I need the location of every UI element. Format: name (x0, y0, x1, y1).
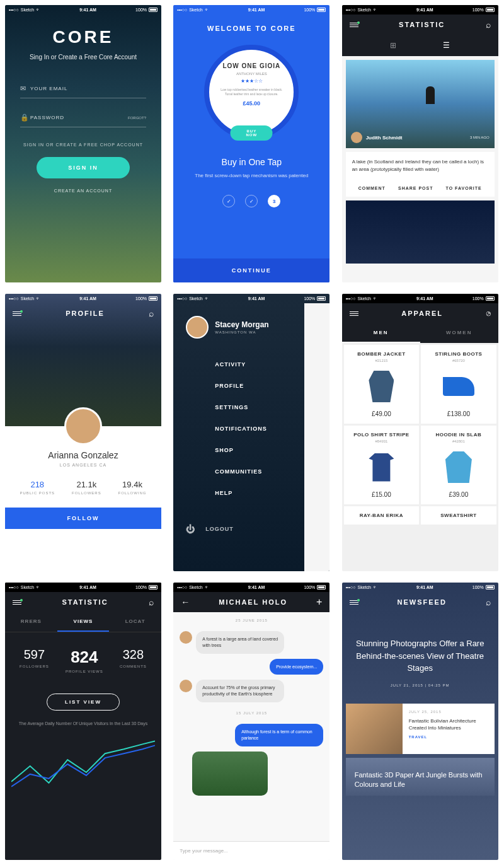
profile-stats: 218PUBLIC POSTS 21.1kFOLLOWERS 19.4kFOLL… (5, 480, 161, 495)
tab-women[interactable]: WOMEN (420, 323, 498, 343)
wifi-icon (205, 8, 209, 12)
menu-settings[interactable]: SETTINGS (186, 397, 294, 418)
product-grid: BOMBER JACKET#21215£49.00 STIRLING BOOTS… (342, 343, 498, 526)
page-dot-1[interactable] (222, 195, 235, 207)
menu-icon[interactable] (350, 23, 358, 27)
menu-icon[interactable] (350, 311, 358, 316)
search-icon[interactable] (149, 308, 154, 318)
article-card[interactable]: JULY 25, 2015 Fantastic Bolivian Archite… (346, 704, 495, 754)
headline-article[interactable]: Stunning Photographs Offer a Rare Behind… (342, 612, 498, 700)
list-view-button[interactable]: LIST VIEW (47, 694, 120, 711)
profile-name: Arianna Gonzalez (5, 450, 161, 460)
nav-bar: APPAREL (342, 303, 498, 323)
author-avatar[interactable] (351, 132, 362, 143)
buy-button[interactable]: BUY NOW (231, 125, 273, 141)
product-name: BOMBER JACKET (350, 351, 413, 357)
search-icon[interactable] (149, 597, 154, 607)
list-view-icon[interactable]: ☰ (443, 41, 450, 50)
product-card[interactable]: HOODIE IN SLAB#42801£39.00 (421, 426, 496, 504)
tab-views[interactable]: VIEWS (57, 612, 110, 632)
profile-screen: Sketch 9:41 AM 100% PROFILE Arianna Gonz… (5, 294, 161, 571)
post-image-2[interactable] (346, 200, 495, 264)
menu-help[interactable]: HELP (186, 482, 294, 504)
sender-avatar[interactable] (180, 680, 192, 692)
menu-screen: Sketch 9:41 AM 100% Stacey MorganWASHING… (173, 294, 329, 571)
menu-icon[interactable] (350, 600, 358, 605)
forgot-link[interactable]: FORGOT? (128, 116, 146, 120)
status-bar: Sketch 9:41 AM 100% (342, 294, 498, 303)
message-row: Although forest is a term of common parl… (173, 721, 329, 749)
content-peek[interactable] (304, 303, 329, 571)
author-name[interactable]: Judith Schmidt (366, 135, 403, 141)
product-price: £49.00 (350, 410, 413, 417)
search-icon[interactable] (486, 20, 491, 30)
product-card[interactable]: BOMBER JACKET#21215£49.00 (344, 345, 420, 424)
stat-following[interactable]: 19.4kFOLLOWING (118, 480, 147, 495)
message-input[interactable]: Type your message... (173, 841, 329, 860)
continue-button[interactable]: CONTINUE (173, 258, 329, 282)
clock: 9:41 AM (248, 296, 265, 301)
menu-icon[interactable] (13, 311, 21, 316)
headline-meta: JULY 21, 2015 | 04:25 PM (355, 683, 486, 687)
follow-button[interactable]: FOLLOW (5, 508, 161, 529)
signin-button[interactable]: SIGN IN (37, 157, 130, 178)
back-icon[interactable] (181, 597, 190, 607)
menu-profile[interactable]: PROFILE (186, 375, 294, 397)
user-name: Stacey Morgan (215, 320, 268, 329)
article-tag[interactable]: TRAVEL (409, 735, 488, 739)
user-header[interactable]: Stacey MorganWASHINGTON WA (186, 316, 294, 339)
clock: 9:41 AM (79, 585, 96, 589)
stat-followers[interactable]: 21.1kFOLLOWERS (72, 480, 101, 495)
menu-icon[interactable] (13, 600, 21, 605)
tab-men[interactable]: MEN (342, 323, 420, 343)
profile-avatar[interactable] (64, 407, 102, 445)
email-field[interactable]: ✉ YOUR EMAIL (20, 79, 146, 98)
signal-icon (9, 8, 19, 12)
menu-shop[interactable]: SHOP (186, 439, 294, 461)
status-bar: Sketch 9:41 AM 100% (5, 583, 161, 592)
favorite-button[interactable]: TO FAVORITE (446, 186, 482, 190)
battery-pct: 100% (135, 585, 147, 589)
comment-button[interactable]: COMMENT (358, 186, 386, 190)
product-name: POLO SHIRT STRIPE (350, 432, 413, 438)
nav-bar: STATISTIC (5, 592, 161, 612)
wifi-icon (36, 8, 40, 12)
grid-view-icon[interactable]: ⊞ (390, 41, 396, 50)
logout-button[interactable]: LOGOUT (186, 516, 294, 542)
cart-icon[interactable] (486, 309, 491, 318)
stat-posts[interactable]: 218PUBLIC POSTS (20, 480, 55, 495)
clock: 9:41 AM (79, 296, 96, 301)
carrier: Sketch (21, 8, 34, 12)
post-caption: A lake (in Scotland and Ireland they can… (346, 152, 495, 180)
product-card[interactable]: SWEATSHIRT (421, 506, 496, 525)
tab-referrers[interactable]: RRERS (5, 612, 57, 632)
password-field[interactable]: 🔒 PASSWORD FORGOT? (20, 108, 146, 127)
tab-location[interactable]: LOCAT (109, 612, 161, 632)
profile-hero: Sketch 9:41 AM 100% PROFILE (5, 294, 161, 426)
search-icon[interactable] (486, 597, 491, 607)
add-icon[interactable] (316, 596, 322, 608)
page-dot-2[interactable] (245, 195, 258, 207)
message-row: Account for 75% of the gross primary pro… (173, 677, 329, 705)
post-image[interactable]: Judith Schmidt 3 MIN AGO (346, 60, 495, 148)
message-image[interactable] (192, 752, 268, 796)
message-bubble-own: Provide ecosystem... (270, 659, 323, 675)
page-dot-3[interactable]: 3 (268, 195, 280, 207)
article-card-2[interactable]: Fantastic 3D Paper Art Jungle Bursts wit… (346, 758, 495, 796)
app-logo: CORE (20, 27, 146, 47)
menu-notifications[interactable]: NOTIFICATIONS (186, 418, 294, 439)
create-account-link[interactable]: CREATE AN ACCOUNT (20, 189, 146, 193)
date-divider: 15 JULY 2015 (173, 705, 329, 721)
share-button[interactable]: SHARE POST (398, 186, 433, 190)
product-card[interactable]: POLO SHIRT STRIPE#84931£15.00 (344, 426, 420, 504)
statistic-views-screen: Sketch 9:41 AM 100% STATISTIC RRERS VIEW… (5, 583, 161, 860)
product-card[interactable]: RAY-BAN ERIKA (344, 506, 420, 525)
sender-avatar[interactable] (180, 631, 192, 644)
headline-title: Stunning Photographs Offer a Rare Behind… (355, 637, 486, 675)
menu-communities[interactable]: COMMUNITIES (186, 461, 294, 482)
menu-activity[interactable]: ACTIVITY (186, 354, 294, 375)
product-card[interactable]: STIRLING BOOTS#65720£138.00 (421, 345, 496, 424)
battery-pct: 100% (304, 585, 315, 589)
apparel-screen: Sketch 9:41 AM 100% APPAREL MEN WOMEN BO… (342, 294, 498, 571)
battery-icon (317, 8, 326, 12)
